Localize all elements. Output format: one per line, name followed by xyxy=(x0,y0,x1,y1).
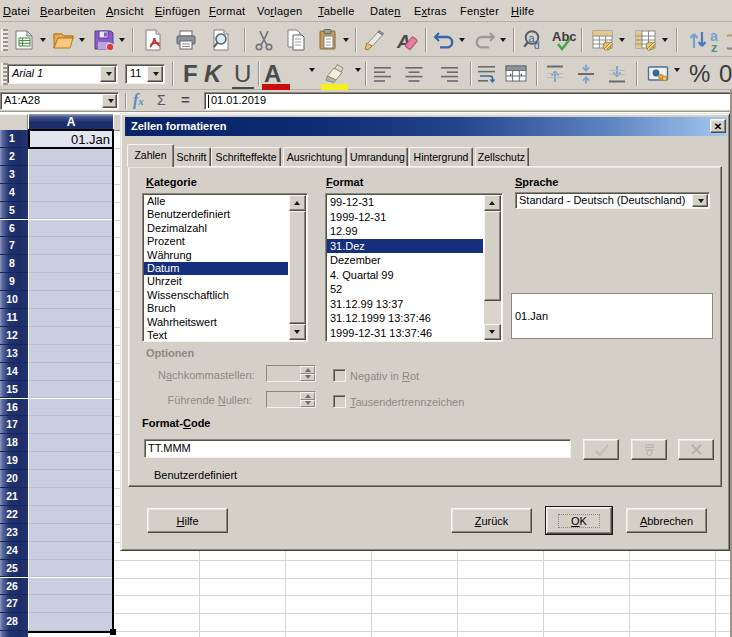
svg-text:d: d xyxy=(534,40,540,51)
svg-text:Abc: Abc xyxy=(552,29,577,44)
svg-text:z: z xyxy=(711,40,718,55)
